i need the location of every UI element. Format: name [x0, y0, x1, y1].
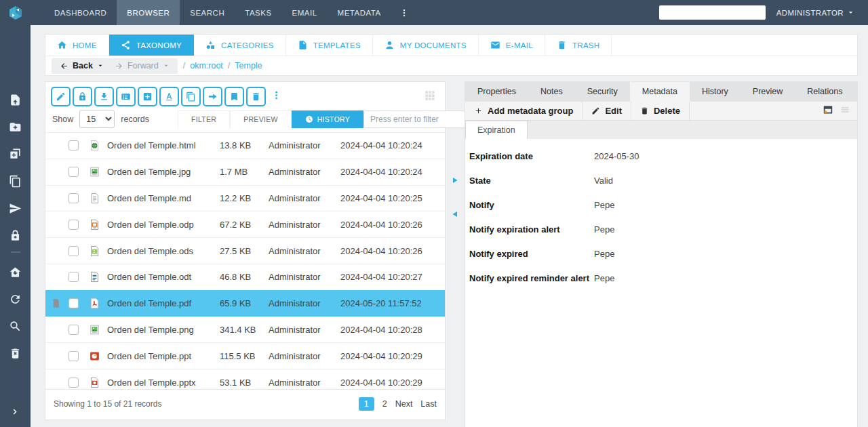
row-checkbox[interactable]: [68, 325, 79, 335]
expand-right-toggle[interactable]: [451, 175, 459, 187]
sidebar-expand-button[interactable]: [11, 407, 20, 419]
add-property-group-button[interactable]: [138, 87, 157, 106]
grid-view-button[interactable]: [423, 89, 439, 105]
file-row[interactable]: Orden del Temple.png 341.4 KB Administra…: [45, 317, 445, 343]
tab-expiration-group[interactable]: Expiration: [465, 121, 528, 139]
details-tab-preview[interactable]: Preview: [741, 82, 795, 102]
row-checkbox[interactable]: [68, 272, 79, 282]
details-tab-history[interactable]: History: [690, 82, 741, 102]
global-search-input[interactable]: [659, 5, 766, 20]
file-row[interactable]: Orden del Temple.jpg 1.7 MB Administrato…: [45, 159, 445, 185]
file-row[interactable]: Orden del Temple.odt 46.8 KB Administrat…: [45, 264, 445, 290]
row-checkbox[interactable]: [68, 298, 79, 308]
edit-metadata-button[interactable]: Edit: [583, 102, 631, 120]
tab-home[interactable]: HOME: [45, 35, 109, 56]
copy-button[interactable]: [181, 87, 201, 106]
row-checkbox[interactable]: [68, 378, 79, 388]
nav-overflow-button[interactable]: [391, 0, 417, 25]
download-button[interactable]: [94, 87, 114, 106]
nav-dashboard[interactable]: DASHBOARD: [44, 0, 117, 25]
move-button[interactable]: [203, 87, 222, 106]
sidebar-copy-documents-button[interactable]: [9, 167, 22, 195]
tab-taxonomy[interactable]: TAXONOMY: [109, 35, 194, 56]
view-tab-preview[interactable]: PREVIEW: [230, 110, 292, 128]
lock-button[interactable]: [73, 87, 92, 106]
add-metadata-group-button[interactable]: Add metadata group: [465, 102, 583, 120]
tab-email[interactable]: E-MAIL: [479, 35, 545, 56]
delete-metadata-button[interactable]: Delete: [631, 102, 690, 120]
file-modified: 2024-04-04 10:20:25: [340, 193, 439, 203]
file-row[interactable]: Orden del Temple.ppt 115.5 KB Administra…: [45, 342, 445, 369]
details-tab-security[interactable]: Security: [575, 82, 630, 102]
tab-trash[interactable]: TRASH: [545, 35, 612, 56]
bookmark-button[interactable]: [224, 87, 244, 106]
chevron-down-icon[interactable]: [163, 62, 170, 69]
toolbar-overflow-button[interactable]: [268, 90, 285, 103]
row-checkbox[interactable]: [68, 140, 79, 150]
grid-icon: [423, 89, 437, 102]
trash-x-icon: [9, 347, 22, 360]
arrow-right-solid-icon: [208, 92, 218, 102]
row-checkbox[interactable]: [68, 220, 79, 230]
tab-categories[interactable]: CATEGORIES: [194, 35, 286, 56]
file-row[interactable]: Orden del Temple.md 12.2 KB Administrato…: [45, 185, 445, 211]
keyboard-button[interactable]: [116, 87, 136, 106]
file-row[interactable]: Orden del Temple.pptx 53.1 KB Administra…: [45, 369, 445, 389]
file-row[interactable]: Orden del Temple.html 13.8 KB Administra…: [45, 132, 445, 159]
back-button[interactable]: Back: [54, 61, 109, 70]
view-tab-history[interactable]: HISTORY: [292, 110, 363, 128]
page-size-select[interactable]: 15: [79, 110, 115, 128]
nav-email[interactable]: EMAIL: [282, 0, 328, 25]
sidebar-purge-trash-button[interactable]: [9, 340, 22, 367]
page-2[interactable]: 2: [382, 399, 387, 409]
annotate-button[interactable]: [159, 87, 179, 106]
file-modified: 2024-04-04 10:20:27: [340, 272, 439, 282]
row-checkbox[interactable]: [68, 351, 79, 361]
user-menu[interactable]: ADMINISTRATOR: [776, 9, 854, 17]
row-checkbox[interactable]: [68, 193, 79, 203]
file-row[interactable]: Orden del Temple.ods 27.5 KB Administrat…: [45, 237, 445, 264]
list-view-button[interactable]: [840, 104, 850, 118]
stack-plus-icon: [9, 148, 22, 161]
metadata-field-row: Notify expired Pepe: [469, 249, 850, 259]
breadcrumb-item-1[interactable]: Temple: [235, 61, 262, 70]
left-sidebar: [0, 25, 31, 427]
file-row[interactable]: Orden del Temple.odp 67.2 KB Administrat…: [45, 211, 445, 237]
sidebar-go-home-button[interactable]: [9, 258, 22, 285]
details-tab-metadata[interactable]: Metadata: [630, 82, 690, 102]
user-menu-label: ADMINISTRATOR: [776, 9, 844, 17]
sidebar-create-folder-button[interactable]: [9, 113, 22, 140]
nav-tasks[interactable]: TASKS: [235, 0, 281, 25]
tab-templates[interactable]: TEMPLATES: [286, 35, 373, 56]
sidebar-send-document-button[interactable]: [9, 195, 22, 222]
details-tab-notes[interactable]: Notes: [528, 82, 575, 102]
details-tab-properties[interactable]: Properties: [465, 82, 528, 102]
chevron-down-icon[interactable]: [97, 62, 104, 69]
sidebar-add-content-button[interactable]: [9, 140, 22, 167]
expand-left-toggle[interactable]: [451, 209, 459, 221]
row-checkbox[interactable]: [68, 246, 79, 256]
page-last[interactable]: Last: [420, 399, 437, 409]
view-tab-filter[interactable]: FILTER: [178, 110, 230, 128]
forward-button[interactable]: Forward: [109, 61, 175, 70]
file-row[interactable]: Orden del Temple.pdf 65.9 KB Administrat…: [45, 290, 445, 317]
row-checkbox[interactable]: [68, 167, 79, 177]
delete-button[interactable]: [246, 87, 266, 106]
file-name: Orden del Temple.pdf: [107, 298, 220, 308]
page-1[interactable]: 1: [359, 397, 374, 411]
sidebar-upload-document-button[interactable]: [9, 86, 22, 113]
tab-my-documents[interactable]: MY DOCUMENTS: [373, 35, 479, 56]
details-tab-relations[interactable]: Relations: [795, 82, 854, 102]
breadcrumb-item-0[interactable]: okm:root: [190, 61, 223, 70]
sidebar-refresh-button[interactable]: [9, 285, 22, 312]
edit-button[interactable]: [51, 87, 71, 106]
sidebar-search-button[interactable]: [9, 312, 22, 340]
popout-window-button[interactable]: [823, 104, 833, 118]
triangle-left-icon: [451, 210, 459, 218]
nav-search[interactable]: SEARCH: [180, 0, 235, 25]
nav-browser[interactable]: BROWSER: [117, 0, 180, 25]
metadata-field-row: Notify expired reminder alert Pepe: [469, 273, 850, 283]
nav-metadata[interactable]: METADATA: [328, 0, 391, 25]
sidebar-lock-add-button[interactable]: [9, 222, 22, 249]
page-next[interactable]: Next: [395, 399, 413, 409]
